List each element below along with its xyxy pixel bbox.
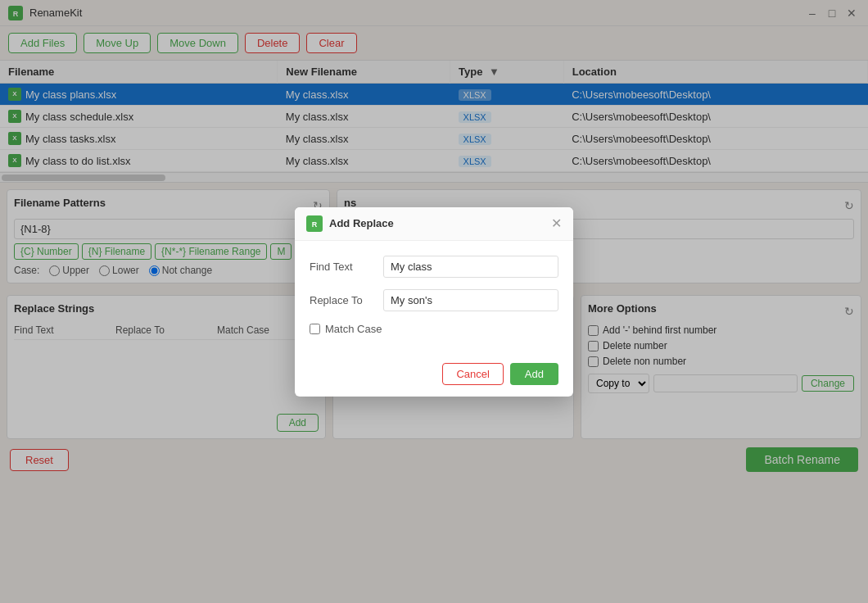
modal-title: Add Replace xyxy=(329,217,551,229)
find-text-field: Find Text xyxy=(310,256,558,278)
modal-header: R Add Replace ✕ xyxy=(295,207,573,241)
cancel-button[interactable]: Cancel xyxy=(442,363,503,385)
add-replace-modal: R Add Replace ✕ Find Text Replace To Mat… xyxy=(295,207,573,397)
match-case-row: Match Case xyxy=(310,323,558,335)
match-case-label: Match Case xyxy=(325,323,382,335)
modal-close-button[interactable]: ✕ xyxy=(551,215,562,231)
match-case-checkbox[interactable] xyxy=(310,324,320,334)
modal-icon: R xyxy=(306,215,323,232)
find-text-label: Find Text xyxy=(310,261,383,273)
svg-text:R: R xyxy=(312,220,318,229)
replace-to-label: Replace To xyxy=(310,294,383,306)
replace-to-field: Replace To xyxy=(310,289,558,311)
find-text-input[interactable] xyxy=(383,256,558,278)
replace-to-input[interactable] xyxy=(383,289,558,311)
modal-footer: Cancel Add xyxy=(295,355,573,397)
modal-body: Find Text Replace To Match Case xyxy=(295,241,573,355)
modal-overlay[interactable]: R Add Replace ✕ Find Text Replace To Mat… xyxy=(0,0,868,603)
add-button[interactable]: Add xyxy=(510,363,558,385)
